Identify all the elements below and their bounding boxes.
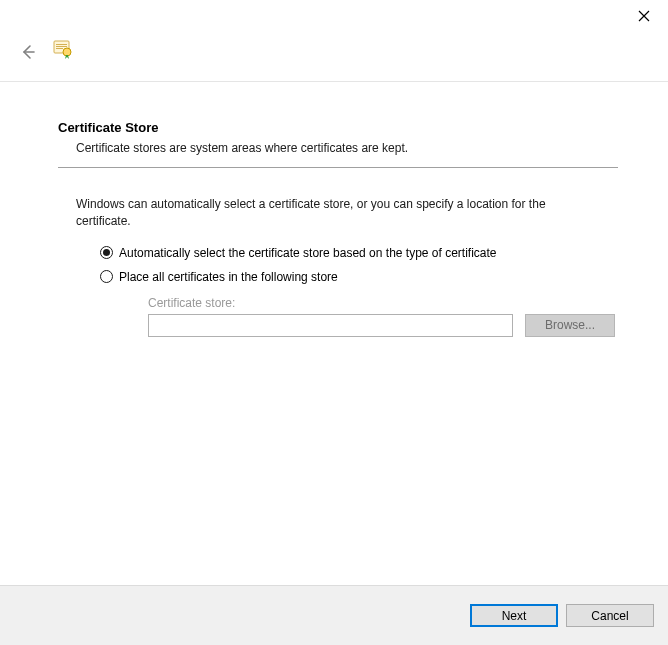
close-icon — [638, 10, 650, 22]
certificate-store-block: Certificate store: Browse... — [100, 296, 618, 337]
arrow-left-icon — [20, 44, 36, 60]
cancel-button[interactable]: Cancel — [566, 604, 654, 627]
certificate-store-input — [148, 314, 513, 337]
radio-auto-label: Automatically select the certificate sto… — [119, 246, 497, 260]
back-button[interactable] — [18, 42, 38, 62]
radio-circle-icon — [100, 270, 113, 283]
svg-rect-1 — [56, 44, 67, 45]
wizard-footer: Next Cancel — [0, 585, 668, 645]
wizard-header-strip — [0, 30, 668, 72]
svg-point-4 — [63, 48, 71, 56]
wizard-content: Certificate Store Certificate stores are… — [58, 120, 618, 337]
radio-place-all[interactable]: Place all certificates in the following … — [100, 270, 618, 284]
radio-dot-icon — [103, 249, 110, 256]
page-title: Certificate Store — [58, 120, 618, 135]
close-button[interactable] — [634, 6, 654, 26]
certificate-import-wizard: Certificate Store Certificate stores are… — [0, 0, 668, 645]
certificate-icon — [52, 38, 74, 60]
browse-button: Browse... — [525, 314, 615, 337]
body-block: Windows can automatically select a certi… — [58, 196, 618, 337]
svg-rect-3 — [56, 48, 63, 49]
radio-place-label: Place all certificates in the following … — [119, 270, 338, 284]
header-divider — [0, 81, 668, 82]
section-divider — [58, 167, 618, 168]
radio-circle-icon — [100, 246, 113, 259]
store-radio-group: Automatically select the certificate sto… — [76, 246, 618, 337]
certificate-store-label: Certificate store: — [148, 296, 618, 310]
body-intro-text: Windows can automatically select a certi… — [76, 196, 596, 230]
svg-rect-2 — [56, 46, 67, 47]
next-button[interactable]: Next — [470, 604, 558, 627]
page-subtitle: Certificate stores are system areas wher… — [58, 141, 618, 155]
radio-auto-select[interactable]: Automatically select the certificate sto… — [100, 246, 618, 260]
certificate-store-row: Browse... — [148, 314, 618, 337]
